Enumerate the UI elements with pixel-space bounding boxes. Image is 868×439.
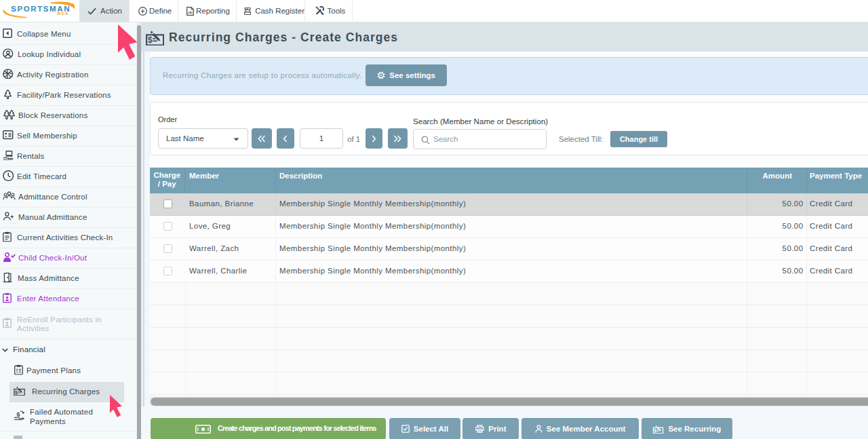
svg-text:$: $	[16, 411, 20, 418]
svg-text:$: $	[15, 389, 18, 396]
svg-text:$: $	[654, 427, 657, 433]
svg-text:$: $	[148, 35, 153, 45]
svg-text:WEB: WEB	[57, 12, 69, 16]
